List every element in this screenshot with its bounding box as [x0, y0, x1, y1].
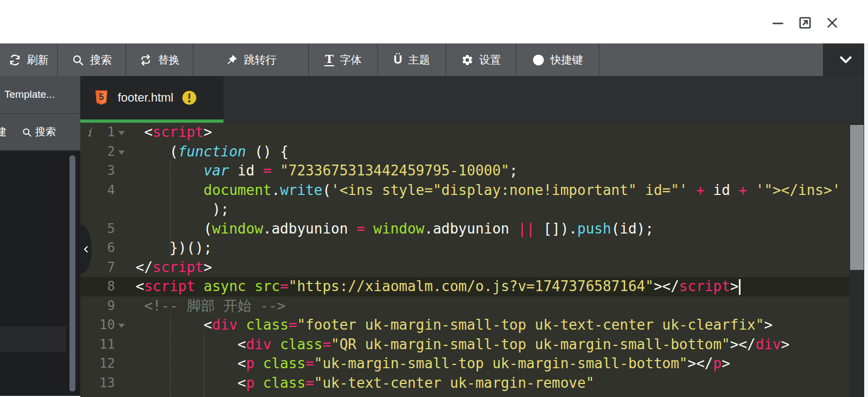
code-line-9[interactable]: 9 <!-- 脚部 开始 -->	[80, 297, 850, 316]
code-text: <!-- 脚部 开始 -->	[133, 297, 285, 316]
help-icon: ?	[532, 54, 545, 66]
tabbar: 5 footer.html	[80, 76, 864, 123]
toolbar-refresh-label: 刷新	[27, 53, 49, 67]
theme-icon: Ü	[394, 54, 403, 66]
code-text: );	[133, 200, 229, 219]
tab-footer-html[interactable]: 5 footer.html	[80, 76, 224, 123]
fold-arrow-icon[interactable]	[118, 150, 125, 155]
gear-icon	[461, 54, 474, 66]
code-line-1[interactable]: 1i <script>	[80, 123, 850, 142]
gutter-line-number: 1i	[80, 123, 133, 142]
gutter-line-number: 12	[80, 354, 133, 374]
chevron-down-icon	[838, 52, 854, 68]
gutter-line-number: 10	[80, 316, 133, 335]
sidebar-search-label: 搜索	[35, 125, 56, 139]
window-controls	[770, 15, 840, 30]
code-editor[interactable]: 1i <script>2 (function () {3 var id = "7…	[80, 123, 850, 397]
search-icon	[22, 127, 32, 137]
toolbar-font-label: 字体	[340, 53, 362, 67]
toolbar-collapse-button[interactable]	[823, 43, 868, 76]
code-text: </script>	[133, 258, 212, 278]
search-icon	[72, 54, 84, 66]
code-line-2[interactable]: 2 (function () {	[80, 142, 850, 162]
toolbar-goto-line-button[interactable]: 跳转行	[194, 43, 309, 76]
code-text: (function () {	[133, 142, 289, 162]
minimize-icon[interactable]	[770, 15, 786, 30]
toolbar-goto-line-label: 跳转行	[244, 53, 277, 67]
fold-arrow-icon[interactable]	[118, 131, 125, 135]
close-icon[interactable]	[825, 15, 840, 30]
toolbar-settings-label: 设置	[480, 53, 501, 67]
gutter-line-number: 13	[80, 374, 133, 393]
html5-icon: 5	[93, 89, 110, 106]
fold-arrow-icon[interactable]	[118, 324, 125, 328]
page-scrollbar-track[interactable]	[864, 43, 868, 397]
refresh-icon	[9, 54, 21, 66]
svg-text:5: 5	[99, 92, 104, 102]
code-line-3[interactable]: 3 var id = "7233675313442459795-10000";	[80, 161, 850, 181]
code-text: (window.adbyunion = window.adbyunion || …	[133, 219, 654, 239]
gutter-line-number	[80, 200, 133, 219]
code-line-11[interactable]: 11 <div class="QR uk-margin-small-top uk…	[80, 335, 850, 355]
tree-selected-row[interactable]	[0, 326, 66, 352]
tree-scrollbar[interactable]	[69, 155, 75, 392]
code-text: <script async src="https://xiaomalm.com/…	[133, 277, 741, 297]
toolbar-search-button[interactable]: 搜索	[58, 43, 126, 76]
code-text: <div class="footer uk-margin-small-top u…	[133, 316, 773, 335]
code-text: <p class="uk-text-center uk-margin-remov…	[133, 374, 594, 393]
sidebar-header: Template...	[0, 76, 80, 114]
gutter-line-number: 3	[80, 161, 133, 181]
svg-text:?: ?	[536, 55, 541, 64]
file-tree[interactable]	[0, 151, 80, 396]
code-line-8[interactable]: 8<script async src="https://xiaomalm.com…	[80, 277, 850, 297]
code-line-10[interactable]: 10 <div class="footer uk-margin-small-to…	[80, 316, 850, 335]
code-line-7[interactable]: 7</script>	[80, 258, 850, 278]
sidebar-search-button[interactable]: 搜索	[22, 125, 56, 139]
code-line-6[interactable]: 6 })();	[80, 238, 850, 258]
sidebar-header-label: Template...	[4, 89, 55, 100]
code-line-12[interactable]: 12 <p class="uk-margin-small-top uk-marg…	[80, 354, 850, 374]
gutter-line-number: 8	[80, 277, 133, 297]
code-text: })();	[133, 238, 212, 258]
toolbar-theme-button[interactable]: Ü主题	[378, 43, 446, 76]
new-file-button[interactable]: 建	[0, 125, 7, 139]
code-line-5[interactable]: 5 (window.adbyunion = window.adbyunion |…	[80, 219, 850, 239]
toolbar-search-label: 搜索	[90, 53, 112, 67]
tab-label: footer.html	[118, 91, 174, 105]
editor-scrollbar-thumb[interactable]	[850, 125, 864, 270]
font-icon: T	[324, 53, 334, 66]
toolbar-refresh-button[interactable]: 刷新	[0, 43, 58, 76]
sidebar-actions: 建 搜索	[0, 114, 80, 151]
annotation-info-icon: i	[87, 123, 91, 142]
titlebar	[0, 0, 868, 43]
gutter-line-number: 9	[80, 297, 133, 316]
code-text: var id = "7233675313442459795-10000";	[133, 161, 518, 181]
code-line-4[interactable]: 4 document.write('<ins style="display:no…	[80, 181, 850, 200]
toolbar-settings-button[interactable]: 设置	[446, 43, 516, 76]
app-window: 刷新搜索替换跳转行T字体Ü主题设置?快捷键 Template... 建 搜索 5	[0, 0, 868, 397]
toolbar-font-button[interactable]: T字体	[309, 43, 378, 76]
chevron-left-icon	[81, 244, 91, 254]
toolbar-spacer	[599, 43, 823, 76]
code-line-13[interactable]: 13 <p class="uk-text-center uk-margin-re…	[80, 374, 850, 393]
text-cursor	[739, 279, 741, 295]
warning-icon[interactable]	[182, 90, 197, 105]
code-line-wrap[interactable]: );	[80, 200, 850, 219]
sidebar: Template... 建 搜索	[0, 76, 80, 397]
pin-icon	[226, 54, 238, 66]
code-text: <script>	[133, 123, 212, 142]
toolbar-replace-button[interactable]: 替换	[126, 43, 194, 76]
toolbar-shortcuts-button[interactable]: ?快捷键	[516, 43, 599, 76]
maximize-icon[interactable]	[797, 15, 813, 30]
replace-icon	[139, 54, 152, 66]
gutter-line-number: 2	[80, 142, 133, 162]
gutter-line-number: 11	[80, 335, 133, 355]
toolbar-replace-label: 替换	[158, 53, 180, 67]
toolbar-shortcuts-label: 快捷键	[551, 53, 583, 67]
code-text: <div class="QR uk-margin-small-top uk-ma…	[133, 335, 789, 355]
toolbar-theme-label: 主题	[408, 53, 430, 67]
code-text: document.write('<ins style="display:none…	[133, 181, 840, 200]
toolbar: 刷新搜索替换跳转行T字体Ü主题设置?快捷键	[0, 43, 868, 76]
gutter-line-number: 4	[80, 181, 133, 200]
code-text: <p class="uk-margin-small-top uk-margin-…	[133, 354, 730, 374]
